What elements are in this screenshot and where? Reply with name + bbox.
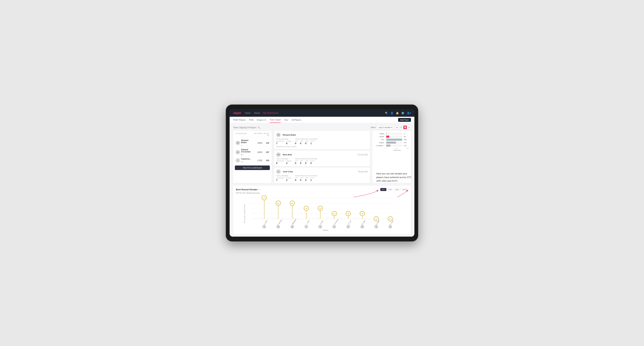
rounds-group: Total Rounds Tournament 8 Practice — [276, 158, 292, 165]
player-name: Edward Crossman — [241, 149, 254, 153]
player-avg: 103 — [262, 159, 269, 162]
player-avg: 110 — [262, 142, 269, 144]
bar-track — [386, 133, 402, 135]
nav-logo: clippd — [233, 112, 241, 115]
player-name-block: Edward Crossman ◆ 2 — [241, 149, 254, 156]
rank-badge: ♦ 3 — [241, 161, 243, 163]
sub-nav-hcaps[interactable]: Hcaps 1-5 — [257, 117, 266, 123]
bar-label: Eagles — [374, 133, 384, 135]
view-chart-icon[interactable]: 📊 — [404, 126, 407, 129]
putt-stat: PUTT 0 — [310, 160, 314, 165]
bar-track — [386, 145, 402, 147]
rounds-group: Total Rounds Tournament 7 Practice — [276, 138, 292, 145]
view-table-icon[interactable]: ⊟ — [408, 126, 411, 129]
svg-text:4: 4 — [252, 213, 253, 215]
bar-label: Pars — [374, 139, 384, 141]
pill-putt[interactable]: PUTT — [401, 188, 408, 191]
pill-app[interactable]: APP — [387, 188, 393, 191]
leaderboard-header: PLAYER NAME PB SCORE PB AVG SQ — [235, 133, 270, 137]
avatar: RB — [276, 152, 281, 157]
svg-text:6x: 6x — [278, 202, 279, 204]
add-team-button[interactable]: Add Team — [398, 118, 411, 122]
chevron-down-icon: ▾ — [391, 126, 392, 128]
table-row[interactable]: RB Richard Butler ♥ 1 19/20 110 — [235, 138, 270, 148]
svg-text:BM: BM — [278, 226, 279, 227]
nav-link-performance[interactable]: My Performance — [263, 112, 278, 115]
player-score: 19/20 — [254, 142, 262, 144]
nav-icons: 🔍 👤 🔔 ⚙️ 👤▾ — [385, 112, 411, 114]
bar-row-dbogeys: D. Bogeys + 131 — [374, 145, 409, 147]
col-pb-avg: PB AVG SQ — [262, 133, 269, 136]
sub-nav-tour[interactable]: Tour — [284, 117, 288, 123]
col-player-name: PLAYER NAME — [236, 133, 254, 136]
pill-ott[interactable]: OTT — [380, 188, 386, 191]
table-row[interactable]: EC Edward Crossman ◆ 2 18/20 107 — [235, 148, 270, 157]
col-pb-score: PB SCORE — [254, 133, 262, 136]
tournament-stat: Tournament 7 — [276, 177, 284, 181]
svg-text:5x: 5x — [320, 208, 321, 209]
bar-value: 499 — [404, 139, 409, 141]
annotation-text: Here you can see streaks your players ha… — [376, 172, 415, 183]
rounds-row: Tournament 7 Practice 6 — [276, 140, 292, 145]
svg-text:R. Britt: R. Britt — [320, 220, 324, 225]
sub-nav-pgat[interactable]: PGAT Players — [233, 117, 246, 123]
card-stats: Total Rounds Tournament 7 Practice — [276, 175, 368, 181]
tournament-stat: Tournament 8 — [276, 160, 284, 165]
avatar: RB — [236, 141, 240, 145]
nav-links: Home Teams My Performance — [245, 112, 381, 115]
ott-stat: OTT 0 — [295, 160, 298, 165]
show-label: Show — [371, 126, 376, 128]
nav-link-home[interactable]: Home — [245, 112, 250, 115]
settings-icon[interactable]: ⚙️ — [401, 112, 404, 114]
svg-text:3: 3 — [252, 218, 253, 220]
player-card: JC Josh Coles 26 Aug 2023 Total Rounds — [274, 168, 370, 183]
sub-nav-pga[interactable]: PGA — [249, 117, 254, 123]
arrow-indicator: ← — [259, 188, 261, 191]
player-name: Cameron... — [241, 158, 254, 160]
bar-fill — [386, 133, 386, 135]
app-stat: APP 0 — [300, 160, 303, 165]
bar-value: 131 — [404, 145, 409, 147]
ott-stat: OTT 0 — [295, 177, 298, 181]
view-grid-icon[interactable]: ⊞ — [395, 126, 399, 129]
bar-fill — [386, 145, 390, 147]
bar-track — [386, 136, 402, 138]
sub-nav-all-players[interactable]: All Players — [292, 117, 301, 123]
bar-row-pars: Pars 499 — [374, 139, 409, 141]
bar-label: Birdies — [374, 136, 384, 138]
practice-activities-label: Total Practice Activities — [295, 138, 317, 140]
svg-text:B. Ford: B. Ford — [348, 220, 352, 225]
svg-text:3x: 3x — [376, 218, 377, 220]
search-icon[interactable]: 🔍 — [385, 112, 388, 114]
rounds-group: Total Rounds Tournament 7 Practice — [276, 175, 292, 181]
streaks-chart: Best Streak, Fairway Accuracy 7 6 5 4 3 — [236, 196, 408, 231]
practice-activities-group: Total Practice Activities OTT 0 APP — [295, 175, 317, 181]
time-period-dropdown[interactable]: Last 3 months ▾ — [377, 126, 394, 129]
svg-text:7: 7 — [252, 197, 253, 199]
card-player-name: Richard Butler — [283, 134, 296, 136]
nav-link-teams[interactable]: Teams — [254, 112, 260, 115]
rank-badge: ♥ 1 — [241, 145, 243, 146]
card-header: RB Richard Butler — [276, 133, 368, 137]
profile-icon[interactable]: 👤▾ — [407, 112, 411, 114]
view-full-leaderboard-button[interactable]: View Full Leaderboard — [235, 166, 270, 170]
player-name-block: Richard Butler ♥ 1 — [241, 139, 254, 147]
table-row[interactable]: C Cameron... ♦ 3 17/20 103 — [235, 157, 270, 164]
view-list-icon[interactable]: ☰ — [399, 126, 403, 129]
app-stat: APP 0 — [300, 177, 303, 181]
streaks-subtitle: Off The Tee, Fairway Accuracy — [236, 192, 408, 194]
edit-icon[interactable]: ✏️ — [258, 127, 260, 129]
bell-icon[interactable]: 🔔 — [396, 112, 399, 114]
svg-text:6x: 6x — [292, 202, 293, 204]
streaks-section: Best Round Streaks ← OTT APP ARG PUTT Of… — [233, 185, 411, 234]
avatar: JC — [276, 169, 281, 174]
svg-text:DB: DB — [292, 226, 293, 227]
sub-nav-team-clippd[interactable]: Team Clippd — [270, 117, 281, 123]
svg-text:B. McHarg: B. McHarg — [277, 219, 282, 226]
user-icon[interactable]: 👤 — [390, 112, 394, 114]
player-cards-panel: RB Richard Butler Total Rounds Tournam — [274, 131, 370, 183]
pill-arg[interactable]: ARG — [394, 188, 400, 191]
player-name-block: Cameron... ♦ 3 — [241, 158, 254, 163]
streaks-pills: OTT APP ARG PUTT — [380, 188, 408, 191]
svg-text:Players: Players — [323, 229, 328, 231]
